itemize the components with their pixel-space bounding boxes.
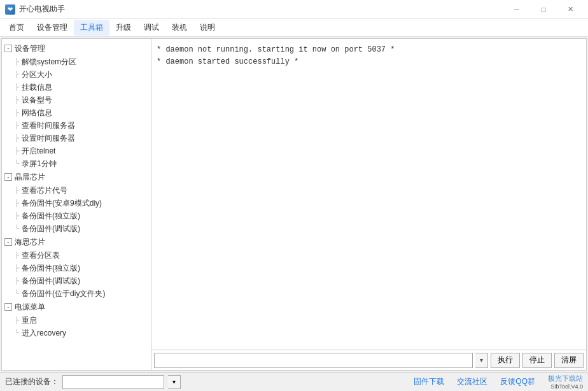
tree-group-header-device-mgmt[interactable]: - 设备管理 — [2, 41, 151, 55]
status-right: 固件下载 交流社区 反馈QQ群 极光下载站 SibTool.V4.0 — [414, 374, 583, 390]
console-line-2: * daemon started successfully * — [157, 56, 581, 68]
tree-item-device-model[interactable]: ├ 设备型号 — [12, 94, 151, 106]
command-dropdown-arrow[interactable]: ▾ — [475, 353, 488, 368]
tree-item-view-partition-table[interactable]: ├ 查看分区表 — [12, 249, 151, 262]
tree-item-mount-info[interactable]: ├ 挂载信息 — [12, 81, 151, 94]
menu-item-toolbox[interactable]: 工具箱 — [74, 20, 109, 36]
menu-item-device-mgmt[interactable]: 设备管理 — [31, 20, 74, 36]
tree-children-device-mgmt: ├ 解锁system分区 ├ 分区大小 ├ 挂载信息 ├ 设备型号 ├ 网络 — [12, 55, 151, 170]
tree-item-view-time-server[interactable]: ├ 查看时间服务器 — [12, 119, 151, 132]
tree-item-backup-debug[interactable]: └ 备份固件(调试版) — [12, 222, 151, 235]
console-output: * daemon not running. starting it now on… — [151, 39, 586, 350]
tree-group-hisilicon: - 海思芯片 ├ 查看分区表 ├ 备份固件(独立版) ├ 备份固件(调试版) └ — [2, 235, 151, 300]
tree-item-unlock-system[interactable]: ├ 解锁system分区 — [12, 55, 151, 68]
left-panel: - 设备管理 ├ 解锁system分区 ├ 分区大小 ├ 挂载信息 ├ — [2, 39, 151, 370]
tree-group-device-mgmt: - 设备管理 ├ 解锁system分区 ├ 分区大小 ├ 挂载信息 ├ — [2, 41, 151, 170]
tree-children-power: ├ 重启 └ 进入recovery — [12, 314, 151, 339]
tree-item-enter-recovery[interactable]: └ 进入recovery — [12, 327, 151, 339]
minimize-button[interactable]: ─ — [504, 3, 529, 16]
right-panel: * daemon not running. starting it now on… — [151, 39, 586, 370]
link-community[interactable]: 交流社区 — [457, 376, 487, 387]
title-bar: ❤ 开心电视助手 ─ □ ✕ — [0, 0, 588, 19]
tree-children-amlogic: ├ 查看芯片代号 ├ 备份固件(安卓9模式diy) ├ 备份固件(独立版) └ … — [12, 184, 151, 235]
device-dropdown-arrow[interactable]: ▾ — [168, 375, 181, 389]
console-line-1: * daemon not running. starting it now on… — [157, 44, 581, 56]
tree-group-label-amlogic: 晶晨芯片 — [15, 171, 45, 183]
tree-item-reboot[interactable]: ├ 重启 — [12, 314, 151, 327]
tree-group-label-device-mgmt: 设备管理 — [15, 43, 45, 54]
status-left: 已连接的设备： ▾ — [5, 375, 181, 389]
link-qq-feedback[interactable]: 反馈QQ群 — [500, 376, 535, 387]
link-firmware-download[interactable]: 固件下载 — [414, 376, 444, 387]
watermark-block: 极光下载站 SibTool.V4.0 — [548, 374, 583, 390]
tree-group-label-hisilicon: 海思芯片 — [15, 236, 45, 248]
clear-button[interactable]: 清屏 — [554, 353, 584, 368]
version-label: SibTool.V4.0 — [550, 383, 583, 390]
menu-item-home[interactable]: 首页 — [3, 20, 31, 36]
tree-group-amlogic: - 晶晨芯片 ├ 查看芯片代号 ├ 备份固件(安卓9模式diy) ├ 备份固件(… — [2, 170, 151, 235]
collapse-icon-hisilicon: - — [4, 238, 12, 246]
status-bar: 已连接的设备： ▾ 固件下载 交流社区 反馈QQ群 极光下载站 SibTool.… — [0, 372, 588, 391]
app-icon: ❤ — [5, 4, 15, 15]
stop-button[interactable]: 停止 — [522, 353, 552, 368]
tree-item-backup-android9-diy[interactable]: ├ 备份固件(安卓9模式diy) — [12, 197, 151, 210]
menu-item-debug[interactable]: 调试 — [137, 20, 165, 36]
device-input[interactable] — [62, 375, 164, 389]
watermark-logo: 极光下载站 — [548, 374, 583, 383]
main-content: - 设备管理 ├ 解锁system分区 ├ 分区大小 ├ 挂载信息 ├ — [1, 38, 587, 371]
menu-item-docs[interactable]: 说明 — [193, 20, 221, 36]
menu-item-install[interactable]: 装机 — [165, 20, 193, 36]
command-input[interactable] — [154, 353, 473, 368]
tree-item-partition-size[interactable]: ├ 分区大小 — [12, 68, 151, 81]
collapse-icon-device-mgmt: - — [4, 45, 12, 52]
title-bar-left: ❤ 开心电视助手 — [5, 4, 65, 15]
menu-bar: 首页 设备管理 工具箱 升级 调试 装机 说明 — [0, 19, 588, 37]
tree-item-chip-code[interactable]: ├ 查看芯片代号 — [12, 184, 151, 197]
close-button[interactable]: ✕ — [557, 3, 583, 16]
tree-item-hi-backup-standalone[interactable]: ├ 备份固件(独立版) — [12, 262, 151, 274]
maximize-button[interactable]: □ — [531, 3, 556, 16]
app-title: 开心电视助手 — [19, 4, 65, 15]
execute-button[interactable]: 执行 — [491, 353, 520, 368]
tree-item-network-info[interactable]: ├ 网络信息 — [12, 106, 151, 119]
tree-item-set-time-server[interactable]: ├ 设置时间服务器 — [12, 132, 151, 145]
device-label: 已连接的设备： — [5, 376, 59, 387]
menu-item-upgrade[interactable]: 升级 — [109, 20, 137, 36]
tree-item-screen-record[interactable]: └ 录屏1分钟 — [12, 157, 151, 170]
collapse-icon-power: - — [4, 303, 12, 311]
tree-group-header-hisilicon[interactable]: - 海思芯片 — [2, 235, 151, 249]
tree-group-label-power: 电源菜单 — [15, 301, 45, 313]
tree-item-hi-backup-debug[interactable]: ├ 备份固件(调试版) — [12, 274, 151, 287]
tree-group-header-power[interactable]: - 电源菜单 — [2, 300, 151, 314]
tree-item-hi-backup-diy-folder[interactable]: └ 备份固件(位于diy文件夹) — [12, 287, 151, 300]
tree-group-power: - 电源菜单 ├ 重启 └ 进入recovery — [2, 300, 151, 339]
tree-group-header-amlogic[interactable]: - 晶晨芯片 — [2, 170, 151, 184]
tree-children-hisilicon: ├ 查看分区表 ├ 备份固件(独立版) ├ 备份固件(调试版) └ 备份固件(位… — [12, 249, 151, 300]
tree-item-backup-standalone[interactable]: ├ 备份固件(独立版) — [12, 210, 151, 222]
collapse-icon-amlogic: - — [4, 173, 12, 181]
window-controls: ─ □ ✕ — [504, 3, 583, 16]
command-bar: ▾ 执行 停止 清屏 — [151, 350, 586, 370]
tree-item-enable-telnet[interactable]: ├ 开启telnet — [12, 145, 151, 157]
